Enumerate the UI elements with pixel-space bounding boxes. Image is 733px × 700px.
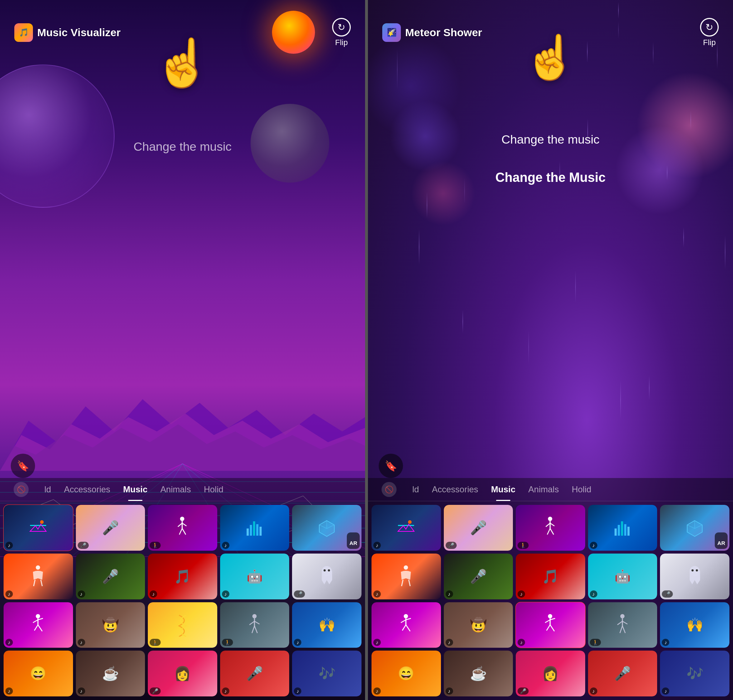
left-tab-holidays[interactable]: Holid [197, 478, 230, 501]
filter-item-beats[interactable]: ♪ [220, 505, 289, 551]
left-tab-animals[interactable]: Animals [154, 478, 197, 501]
right-panel: 🌠 Meteor Shower ↻ Flip ☝ Change the musi… [368, 0, 733, 700]
filter-badge-reggaeton: ♪ [222, 687, 229, 695]
right-bookmark-button[interactable]: 🔖 [379, 454, 403, 478]
left-tab-music[interactable]: Music [117, 478, 154, 501]
filter-item-dancer3[interactable]: 🚶 [588, 602, 658, 648]
right-tab-holidays[interactable]: Holid [565, 478, 598, 501]
filter-item-emojis[interactable]: 😄♪ [372, 651, 441, 696]
filter-thumb-silhouette: ♪ [4, 554, 73, 599]
filter-item-concert[interactable]: 🙌♪ [660, 602, 729, 648]
filter-item-dance[interactable]: 🚶 [516, 505, 585, 551]
filter-item-coffee[interactable]: ☕♪ [76, 651, 145, 696]
left-bookmark-button[interactable]: 🔖 [11, 454, 35, 478]
filter-thumb-synthwave: ♪ [4, 505, 73, 551]
filter-item-beats[interactable]: ♪ [588, 505, 658, 551]
svg-point-83 [696, 569, 698, 572]
right-tab-animals[interactable]: Animals [522, 478, 565, 501]
filter-item-ghost[interactable]: 🎤 [292, 554, 361, 599]
right-tab-music[interactable]: Music [485, 478, 522, 501]
filter-badge-synthwave: ♪ [373, 542, 381, 549]
filter-item-silhouette[interactable]: ♪ [4, 554, 73, 599]
svg-line-39 [34, 580, 35, 586]
filter-thumb-musicnote: 🎵♪ [516, 554, 585, 599]
filter-item-mystery[interactable]: 🎶♪ [292, 651, 361, 696]
left-tab-no-filter[interactable]: 🚫 [7, 478, 38, 501]
filter-badge-colormic: ♪ [78, 590, 85, 598]
filter-item-synthwave[interactable]: ♪ [4, 505, 73, 551]
right-tab-accessories[interactable]: Accessories [426, 478, 485, 501]
svg-line-49 [38, 618, 43, 620]
left-change-music: Change the music [0, 140, 365, 154]
filter-badge-emojis: ♪ [5, 687, 13, 695]
right-flip-button[interactable]: ↻ Flip [700, 18, 719, 47]
svg-rect-68 [618, 525, 620, 536]
svg-marker-81 [690, 580, 700, 584]
filter-item-cowboy[interactable]: 🤠♪ [76, 602, 145, 648]
filter-thumb-ghost: 🎤 [660, 554, 729, 599]
left-flip-button[interactable]: ↻ Flip [332, 18, 351, 47]
filter-item-reggaeton[interactable]: 🎤♪ [220, 651, 289, 696]
filter-thumb-synthwave: ♪ [372, 505, 441, 551]
svg-point-90 [548, 614, 552, 618]
right-tab-animals-label: Animals [528, 484, 559, 494]
filter-badge-dancing2: ♪ [5, 639, 13, 646]
filter-item-vocal[interactable]: 🎤🎤 [444, 505, 513, 551]
filter-item-musicnote[interactable]: 🎵♪ [148, 554, 217, 599]
filter-thumb-cube: AR [292, 505, 361, 551]
svg-line-63 [546, 523, 550, 527]
right-app-title: 🌠 Meteor Shower [382, 23, 482, 42]
right-change-music: Change the music [368, 132, 733, 146]
left-app-title-text: Music Visualizer [37, 26, 120, 39]
filter-item-dancer3[interactable]: 🚶 [220, 602, 289, 648]
filter-badge-dna: 🚶 [150, 639, 161, 646]
right-tab-world[interactable]: ld [406, 478, 426, 501]
left-tab-accessories[interactable]: Accessories [57, 478, 117, 501]
svg-point-23 [180, 517, 184, 521]
filter-item-dancing2[interactable]: ♪ [372, 602, 441, 648]
filter-item-synthwave[interactable]: ♪ [372, 505, 441, 551]
filter-item-robot[interactable]: 🤖♪ [220, 554, 289, 599]
filter-item-robot[interactable]: 🤖♪ [588, 554, 658, 599]
filter-item-pinkgirl[interactable]: 👩🎤 [148, 651, 217, 696]
svg-point-46 [36, 614, 40, 618]
filter-item-cube[interactable]: AR [660, 505, 729, 551]
filter-item-silhouette[interactable]: ♪ [372, 554, 441, 599]
filter-item-mystery[interactable]: 🎶♪ [660, 651, 729, 696]
right-tab-no-filter[interactable]: 🚫 [375, 478, 406, 501]
left-flip-icon: ↻ [332, 18, 351, 37]
svg-line-55 [254, 621, 260, 624]
filter-item-cube[interactable]: AR [292, 505, 361, 551]
svg-line-94 [546, 625, 550, 631]
filter-item-colormic[interactable]: 🎤♪ [444, 554, 513, 599]
filter-item-reggaeton[interactable]: 🎤♪ [588, 651, 658, 696]
filter-item-pinkgirl[interactable]: 👩🎤 [516, 651, 585, 696]
filter-item-colormic[interactable]: 🎤♪ [76, 554, 145, 599]
left-filter-grid: ♪🎤🎤🚶♪AR♪🎤♪🎵♪🤖♪🎤♪🤠♪🚶🚶🙌♪😄♪☕♪👩🎤🎤♪🎶♪ [0, 501, 365, 700]
filter-item-coffee[interactable]: ☕♪ [444, 651, 513, 696]
svg-line-86 [401, 620, 406, 623]
right-bookmark-icon: 🔖 [385, 460, 397, 472]
svg-point-96 [620, 614, 624, 618]
filter-item-musicnote[interactable]: 🎵♪ [516, 554, 585, 599]
svg-rect-30 [250, 525, 252, 536]
filter-item-ghost[interactable]: 🎤 [660, 554, 729, 599]
filter-thumb-dancer3: 🚶 [220, 602, 289, 648]
filter-item-cowboy[interactable]: 🤠♪ [444, 602, 513, 648]
filter-item-vocal[interactable]: 🎤🎤 [76, 505, 145, 551]
filter-item-dance[interactable]: 🚶 [148, 505, 217, 551]
filter-item-concert[interactable]: 🙌♪ [292, 602, 361, 648]
filter-thumb-coffee: ☕♪ [76, 651, 145, 696]
filter-item-dancing2[interactable]: ♪ [4, 602, 73, 648]
filter-thumb-robot: 🤖♪ [588, 554, 658, 599]
svg-point-60 [408, 520, 411, 524]
filter-item-emojis[interactable]: 😄♪ [4, 651, 73, 696]
filter-item-meteor[interactable]: ♪ [516, 602, 585, 648]
svg-line-98 [617, 621, 623, 625]
filter-thumb-dancing2: ♪ [372, 602, 441, 648]
filter-badge-pinkgirl: 🎤 [150, 687, 161, 695]
left-tab-world[interactable]: ld [38, 478, 57, 501]
right-filter-grid: ♪🎤🎤🚶♪AR♪🎤♪🎵♪🤖♪🎤♪🤠♪♪🚶🙌♪😄♪☕♪👩🎤🎤♪🎶♪ [368, 501, 733, 700]
filter-item-dna[interactable]: 🚶 [148, 602, 217, 648]
svg-line-99 [623, 621, 627, 624]
